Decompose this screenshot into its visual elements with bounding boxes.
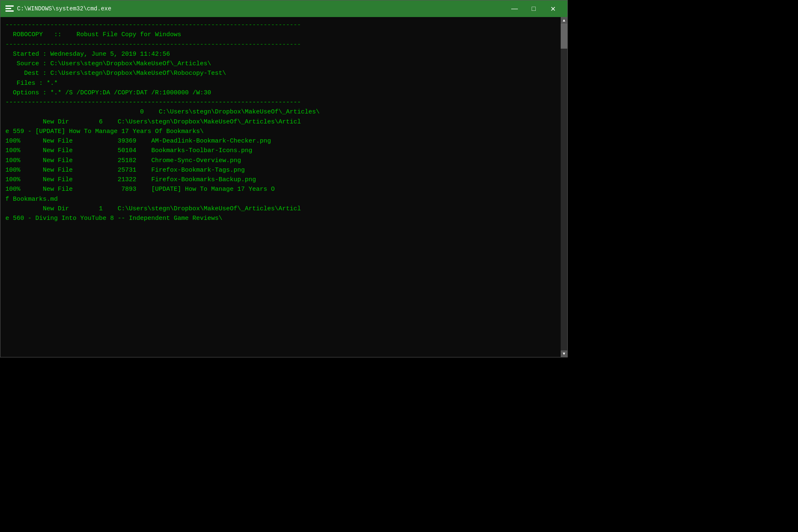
console-line: 100% New File 50104 Bookmarks-Toolbar-Ic… bbox=[5, 146, 556, 155]
window-controls: — □ ✕ bbox=[505, 0, 562, 17]
console-lines: Started : Wednesday, June 5, 2019 11:42:… bbox=[5, 49, 556, 224]
maximize-button[interactable]: □ bbox=[524, 0, 543, 17]
window-title: C:\WINDOWS\system32\cmd.exe bbox=[17, 5, 505, 12]
console-line: New Dir 1 C:\Users\stegn\Dropbox\MakeUse… bbox=[5, 204, 556, 214]
console-line: Started : Wednesday, June 5, 2019 11:42:… bbox=[5, 49, 556, 59]
console-output: ----------------------------------------… bbox=[0, 17, 561, 357]
console-line: New Dir 6 C:\Users\stegn\Dropbox\MakeUse… bbox=[5, 117, 556, 127]
console-line: 0 C:\Users\stegn\Dropbox\MakeUseOf\_Arti… bbox=[5, 107, 556, 117]
separator-top: ----------------------------------------… bbox=[5, 20, 556, 30]
console-line: e 559 - [UPDATE] How To Manage 17 Years … bbox=[5, 127, 556, 136]
cmd-window: C:\WINDOWS\system32\cmd.exe — □ ✕ ------… bbox=[0, 0, 568, 357]
separator-2: ----------------------------------------… bbox=[5, 40, 556, 49]
scroll-up-arrow[interactable]: ▲ bbox=[561, 17, 567, 24]
scrollbar-thumb[interactable] bbox=[561, 24, 567, 49]
console-line: Dest : C:\Users\stegn\Dropbox\MakeUseOf\… bbox=[5, 69, 556, 78]
console-line: 100% New File 25182 Chrome-Sync-Overview… bbox=[5, 156, 556, 165]
console-line: ----------------------------------------… bbox=[5, 98, 556, 107]
console-line: 100% New File 39369 AM-Deadlink-Bookmark… bbox=[5, 136, 556, 146]
minimize-button[interactable]: — bbox=[505, 0, 524, 17]
cmd-icon bbox=[5, 5, 14, 12]
console-line: e 560 - Diving Into YouTube 8 -- Indepen… bbox=[5, 214, 556, 223]
console-line: Source : C:\Users\stegn\Dropbox\MakeUseO… bbox=[5, 59, 556, 69]
console-line: 100% New File 7893 [UPDATE] How To Manag… bbox=[5, 185, 556, 194]
console-line: Options : *.* /S /DCOPY:DA /COPY:DAT /R:… bbox=[5, 88, 556, 98]
console-body: ----------------------------------------… bbox=[0, 17, 567, 357]
header-line: ROBOCOPY :: Robust File Copy for Windows bbox=[5, 30, 556, 39]
console-line: 100% New File 25731 Firefox-Bookmark-Tag… bbox=[5, 165, 556, 175]
scroll-down-arrow[interactable]: ▼ bbox=[561, 350, 567, 357]
scrollbar-track[interactable] bbox=[561, 24, 567, 350]
console-line: 100% New File 21322 Firefox-Bookmarks-Ba… bbox=[5, 175, 556, 185]
close-button[interactable]: ✕ bbox=[543, 0, 562, 17]
titlebar: C:\WINDOWS\system32\cmd.exe — □ ✕ bbox=[0, 0, 567, 17]
console-line: f Bookmarks.md bbox=[5, 195, 556, 204]
console-line: Files : *.* bbox=[5, 79, 556, 88]
scrollbar[interactable]: ▲ ▼ bbox=[561, 17, 567, 357]
